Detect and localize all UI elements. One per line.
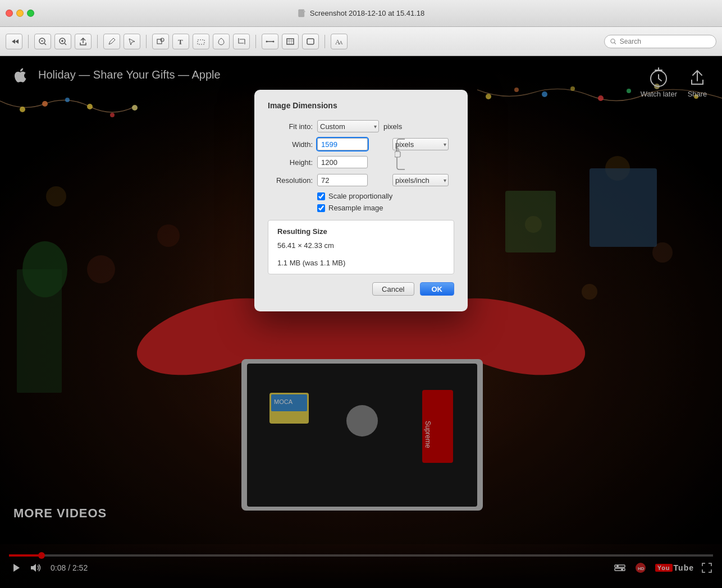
svg-point-14 <box>273 40 275 42</box>
resulting-title: Resulting Size <box>277 227 445 236</box>
svg-rect-15 <box>287 39 294 44</box>
document-icon <box>298 9 307 18</box>
resulting-size-box: Resulting Size 56.41 × 42.33 cm 1.1 MB (… <box>268 220 454 274</box>
resulting-file-size: 1.1 MB (was 1.1 MB) <box>277 259 445 267</box>
border-tool[interactable] <box>282 34 299 49</box>
dialog-content: Image Dimensions Fit into: Custom pixels <box>254 90 468 311</box>
width-row: Width: pixels percent cm inches <box>268 138 454 150</box>
traffic-lights <box>6 10 34 17</box>
toolbar-separator-5 <box>325 35 325 48</box>
height-row: Height: <box>268 156 454 168</box>
pencil-tool[interactable] <box>103 34 120 49</box>
selection-tool[interactable] <box>193 34 209 49</box>
svg-line-7 <box>65 43 66 45</box>
resample-image-row: Resample image <box>317 204 454 212</box>
search-icon <box>610 38 616 45</box>
svg-rect-16 <box>307 39 314 44</box>
dialog-title: Image Dimensions <box>268 101 454 110</box>
fit-select-wrap: Custom <box>317 120 379 132</box>
height-input[interactable] <box>317 156 368 168</box>
title-bar: Screenshot 2018-12-10 at 15.41.18 <box>0 0 722 27</box>
width-label: Width: <box>268 140 313 149</box>
resolution-label: Resolution: <box>268 176 313 185</box>
svg-line-20 <box>614 42 616 44</box>
fit-unit-label: pixels <box>383 122 402 131</box>
fit-into-row: Fit into: Custom pixels <box>268 120 454 132</box>
resample-label: Resample image <box>328 204 383 212</box>
zoom-in-button[interactable] <box>54 34 71 49</box>
svg-point-9 <box>161 38 164 42</box>
dialog-buttons: Cancel OK <box>268 282 454 298</box>
resolution-input[interactable] <box>317 174 368 186</box>
toolbar-separator-3 <box>146 35 147 48</box>
text-font-tool[interactable]: A A <box>331 34 348 49</box>
toolbar-separator-4 <box>255 35 256 48</box>
svg-rect-11 <box>198 40 204 44</box>
search-bar[interactable] <box>604 35 716 48</box>
app-toolbar: T A <box>0 27 722 56</box>
svg-text:A: A <box>339 40 343 45</box>
link-bracket <box>395 138 410 171</box>
nav-buttons <box>6 34 22 49</box>
resolution-unit-select[interactable]: pixels/inch pixels/cm <box>392 174 449 186</box>
line-tool[interactable] <box>262 34 278 49</box>
resample-image-checkbox[interactable] <box>317 204 325 212</box>
fit-select[interactable]: Custom <box>317 120 379 132</box>
shapes-tool[interactable] <box>152 34 169 49</box>
search-input[interactable] <box>620 38 710 45</box>
ok-button[interactable]: OK <box>420 282 455 296</box>
text-tool[interactable]: T <box>172 34 189 49</box>
scale-proportionally-row: Scale proportionally <box>317 192 454 200</box>
svg-rect-8 <box>157 39 162 44</box>
toolbar-separator-2 <box>97 35 98 48</box>
svg-text:T: T <box>178 38 183 46</box>
color-tool[interactable] <box>213 34 230 49</box>
width-input[interactable] <box>317 138 368 150</box>
arrow-tool[interactable] <box>124 34 140 49</box>
svg-point-13 <box>266 40 268 42</box>
back-forward-button[interactable] <box>6 34 22 49</box>
resulting-dimensions: 56.41 × 42.33 cm <box>277 241 445 250</box>
crop-tool[interactable] <box>233 34 250 49</box>
player-wrapper: MOCA Supreme <box>0 56 722 588</box>
share-toolbar-button[interactable] <box>75 34 92 49</box>
window-title: Screenshot 2018-12-10 at 15.41.18 <box>298 9 425 18</box>
svg-rect-69 <box>395 151 400 157</box>
scale-proportionally-checkbox[interactable] <box>317 192 325 200</box>
fit-label: Fit into: <box>268 122 313 131</box>
zoom-out-button[interactable] <box>34 34 51 49</box>
close-button[interactable] <box>6 10 13 17</box>
cancel-button[interactable]: Cancel <box>372 282 414 296</box>
scale-label: Scale proportionally <box>328 192 392 200</box>
minimize-button[interactable] <box>16 10 24 17</box>
border2-tool[interactable] <box>302 34 319 49</box>
svg-point-19 <box>611 39 615 43</box>
maximize-button[interactable] <box>27 10 34 17</box>
height-label: Height: <box>268 158 313 167</box>
resolution-unit-wrap: pixels/inch pixels/cm <box>392 174 449 186</box>
svg-line-3 <box>44 43 46 45</box>
image-dimensions-dialog: Image Dimensions Fit into: Custom pixels <box>254 90 468 311</box>
resolution-row: Resolution: pixels/inch pixels/cm <box>268 174 454 186</box>
modal-overlay: Image Dimensions Fit into: Custom pixels <box>0 56 722 588</box>
toolbar-separator <box>28 35 29 48</box>
